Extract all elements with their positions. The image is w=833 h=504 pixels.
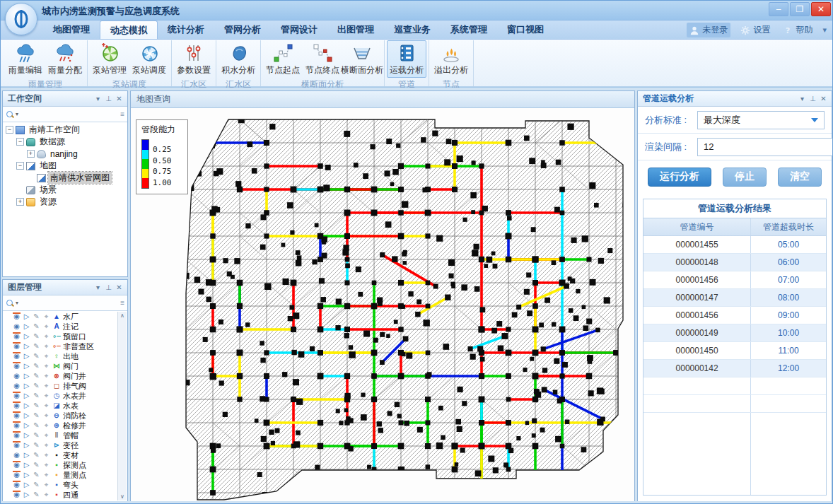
layer-row[interactable]: ◉▷✎⌖◪水表 bbox=[13, 401, 127, 411]
select-cursor-icon[interactable]: ▷ bbox=[23, 363, 30, 370]
edit-pencil-icon[interactable]: ✎ bbox=[33, 363, 40, 370]
panel-close-icon[interactable]: ✕ bbox=[114, 283, 124, 291]
visibility-eye-icon[interactable]: ◉ bbox=[13, 481, 21, 488]
layer-row[interactable]: ◉▷✎⌖◻排气阀 bbox=[13, 381, 127, 391]
layer-row[interactable]: ◉▷✎⌖▲水厂 bbox=[13, 312, 127, 322]
visibility-eye-icon[interactable]: ◉ bbox=[13, 363, 21, 370]
minimize-button[interactable]: – bbox=[769, 2, 788, 16]
table-row[interactable]: 00000145607:00 bbox=[643, 271, 826, 289]
tool-rain-edit[interactable]: 雨量编辑 bbox=[6, 40, 45, 78]
user-menu-item[interactable]: 未登录 bbox=[687, 23, 730, 37]
menu-item[interactable]: 窗口视图 bbox=[497, 20, 554, 39]
select-cursor-icon[interactable]: ▷ bbox=[23, 481, 30, 488]
visibility-eye-icon[interactable]: ◉ bbox=[13, 412, 21, 419]
select-cursor-icon[interactable]: ▷ bbox=[23, 343, 30, 350]
select-cursor-icon[interactable]: ▷ bbox=[23, 491, 30, 498]
tree-item[interactable]: −南靖工作空间 bbox=[3, 124, 127, 136]
workspace-search-row[interactable]: ▾ ≡ bbox=[3, 107, 127, 122]
render-interval-field[interactable]: 秒 bbox=[697, 138, 833, 156]
edit-pencil-icon[interactable]: ✎ bbox=[33, 462, 40, 469]
collapse-icon[interactable]: − bbox=[16, 138, 24, 146]
snap-crosshair-icon[interactable]: ⌖ bbox=[42, 402, 50, 409]
tree-item[interactable]: +资源 bbox=[3, 196, 127, 208]
layer-row[interactable]: ◉▷✎⌖⊗阀门井 bbox=[13, 371, 127, 381]
select-cursor-icon[interactable]: ▷ bbox=[23, 422, 30, 429]
layer-row[interactable]: ◉▷✎⌖⊖消防栓 bbox=[13, 411, 127, 421]
tool-pump-manage[interactable]: 泵站管理 bbox=[90, 40, 129, 78]
tree-item[interactable]: −地图 bbox=[3, 160, 127, 172]
select-cursor-icon[interactable]: ▷ bbox=[23, 323, 30, 330]
table-row[interactable]: 00000145505:00 bbox=[643, 236, 826, 254]
edit-pencil-icon[interactable]: ✎ bbox=[33, 442, 40, 449]
layer-row[interactable]: ◉▷✎⌖▪弯头 bbox=[13, 480, 127, 490]
menu-item[interactable]: 出图管理 bbox=[327, 20, 384, 39]
select-cursor-icon[interactable]: ▷ bbox=[23, 382, 30, 389]
render-interval-input[interactable] bbox=[698, 141, 833, 152]
visibility-eye-icon[interactable]: ◉ bbox=[13, 382, 21, 389]
tree-item[interactable]: +nanjing bbox=[3, 148, 127, 160]
visibility-eye-icon[interactable]: ◉ bbox=[13, 442, 21, 449]
layer-row[interactable]: ◉▷✎⌖∘‒预留口 bbox=[13, 332, 127, 341]
panel-pin-icon[interactable]: ⊥ bbox=[103, 95, 114, 102]
table-row[interactable]: 00000014910:00 bbox=[643, 324, 826, 342]
overload-duration-column-header[interactable]: 管道超载时长 bbox=[751, 218, 826, 235]
snap-crosshair-icon[interactable]: ⌖ bbox=[42, 432, 50, 439]
table-row[interactable]: 00000014806:00 bbox=[643, 254, 826, 271]
visibility-eye-icon[interactable]: ◉ bbox=[13, 353, 21, 360]
snap-crosshair-icon[interactable]: ⌖ bbox=[42, 353, 50, 360]
expand-icon[interactable]: + bbox=[27, 150, 35, 158]
search-options-icon[interactable]: ≡ bbox=[120, 112, 124, 117]
panel-collapse-icon[interactable]: ▾ bbox=[797, 95, 808, 102]
tool-ponding-analysis[interactable]: 积水分析 bbox=[219, 40, 258, 78]
select-cursor-icon[interactable]: ▷ bbox=[23, 432, 30, 439]
table-row[interactable]: 00000145609:00 bbox=[643, 307, 826, 324]
snap-crosshair-icon[interactable]: ⌖ bbox=[42, 333, 50, 340]
help-menu-item[interactable]: ?帮助 bbox=[780, 23, 815, 37]
pipe-id-column-header[interactable]: 管道编号 bbox=[643, 218, 751, 235]
snap-crosshair-icon[interactable]: ⌖ bbox=[42, 323, 50, 330]
map-canvas[interactable]: 管段能力 0.250.500.751.00 bbox=[131, 108, 634, 501]
tool-parameter-settings[interactable]: 参数设置 bbox=[174, 40, 214, 78]
snap-crosshair-icon[interactable]: ⌖ bbox=[42, 373, 50, 380]
layer-row[interactable]: ◉▷✎⌖▪探测点 bbox=[13, 460, 127, 470]
snap-crosshair-icon[interactable]: ⌖ bbox=[42, 313, 50, 320]
search-dropdown-caret-icon[interactable]: ▾ bbox=[16, 111, 18, 117]
layer-row[interactable]: ◉▷✎⌖⊕检修井 bbox=[13, 421, 127, 430]
layers-search-row[interactable]: ▾ ≡ bbox=[3, 295, 127, 311]
table-row[interactable]: 00000014212:00 bbox=[643, 360, 826, 377]
layer-row[interactable]: ◉▷✎⌖◷水表井 bbox=[13, 391, 127, 401]
select-cursor-icon[interactable]: ▷ bbox=[23, 333, 30, 340]
pipe-network-svg[interactable] bbox=[131, 108, 634, 501]
menu-item[interactable]: 管网设计 bbox=[271, 20, 327, 39]
layers-scrollbar[interactable]: ∧∨ bbox=[117, 312, 127, 500]
snap-crosshair-icon[interactable]: ⌖ bbox=[42, 382, 50, 389]
clear-button[interactable]: 清空 bbox=[778, 168, 822, 187]
visibility-eye-icon[interactable]: ◉ bbox=[13, 432, 21, 439]
collapse-icon[interactable]: − bbox=[6, 126, 13, 134]
run-analysis-button[interactable]: 运行分析 bbox=[648, 168, 711, 187]
tool-cross-section[interactable]: 横断面分析 bbox=[342, 40, 382, 78]
panel-pin-icon[interactable]: ⊥ bbox=[103, 283, 114, 291]
chevron-down-icon[interactable]: ▾ bbox=[822, 25, 827, 35]
select-cursor-icon[interactable]: ▷ bbox=[23, 313, 30, 320]
select-cursor-icon[interactable]: ▷ bbox=[23, 392, 30, 399]
tool-node-end[interactable]: 节点终点 bbox=[303, 40, 342, 78]
tool-overflow-analysis[interactable]: 溢出分析 bbox=[431, 40, 471, 78]
snap-crosshair-icon[interactable]: ⌖ bbox=[42, 491, 50, 498]
select-cursor-icon[interactable]: ▷ bbox=[23, 442, 30, 449]
edit-pencil-icon[interactable]: ✎ bbox=[33, 471, 40, 479]
visibility-eye-icon[interactable]: ◉ bbox=[13, 462, 21, 469]
panel-close-icon[interactable]: ✕ bbox=[114, 95, 124, 102]
table-row[interactable]: 00000145011:00 bbox=[643, 342, 826, 360]
select-cursor-icon[interactable]: ▷ bbox=[23, 353, 30, 360]
edit-pencil-icon[interactable]: ✎ bbox=[33, 373, 40, 380]
tree-item[interactable]: −数据源 bbox=[3, 136, 127, 148]
tool-load-analysis[interactable]: 运载分析 bbox=[387, 40, 426, 78]
panel-pin-icon[interactable]: ⊥ bbox=[808, 95, 818, 102]
scroll-down-icon[interactable]: ∨ bbox=[120, 493, 124, 500]
layer-row[interactable]: ◉▷✎⌖▪量测点 bbox=[13, 470, 127, 480]
edit-pencil-icon[interactable]: ✎ bbox=[33, 343, 40, 350]
panel-collapse-icon[interactable]: ▾ bbox=[93, 95, 103, 102]
menu-item[interactable]: 统计分析 bbox=[158, 20, 214, 39]
snap-crosshair-icon[interactable]: ⌖ bbox=[42, 412, 50, 419]
